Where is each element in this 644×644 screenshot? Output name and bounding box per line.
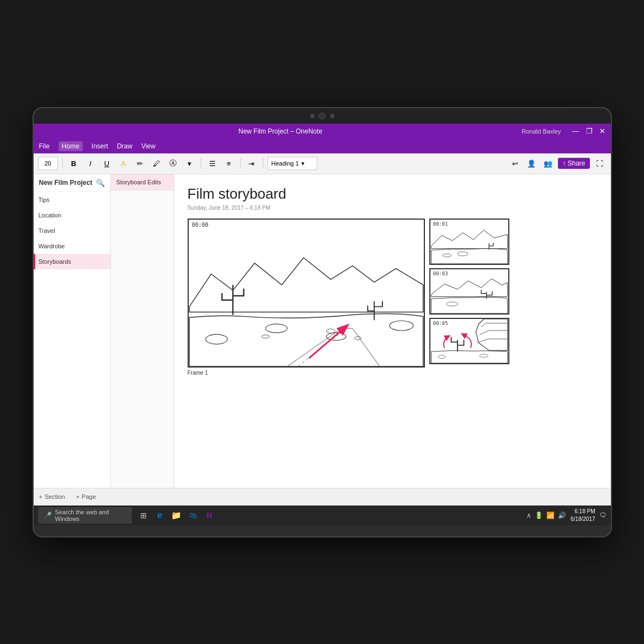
dropdown-arrow-1[interactable]: ▾	[183, 157, 196, 170]
menu-view[interactable]: View	[141, 142, 156, 150]
clock-time: 6:18 PM	[571, 508, 595, 515]
toolbar: B I U A ✏ 🖊 Ⓐ ▾ ☰ ≡ ⇥ Heading 1 ▾ ↩ 👤 👥	[34, 153, 611, 174]
sidebar: New Film Project 🔍 Tips Location Travel …	[34, 174, 111, 488]
store-button[interactable]: 🛍	[187, 509, 199, 521]
sidebar-item-wardrobe[interactable]: Wardrobe	[34, 238, 110, 254]
style-label: Heading 1	[272, 160, 299, 167]
page-item-storyboard-edits[interactable]: Storyboard Edits	[111, 174, 174, 190]
taskbar-time[interactable]: 6:18 PM 6/18/2017	[571, 508, 595, 523]
sidebar-item-travel[interactable]: Travel	[34, 223, 110, 238]
main-area: New Film Project 🔍 Tips Location Travel …	[34, 174, 611, 488]
side-frame-3-timestamp: 00:05	[433, 321, 448, 326]
camera-bar	[34, 108, 611, 124]
share-label: Share	[567, 159, 585, 167]
person-button[interactable]: 👤	[525, 157, 538, 170]
wifi-icon: 📶	[546, 512, 555, 519]
note-title: Film storyboard	[188, 185, 598, 203]
taskbar-search[interactable]: 🎤 Search the web and Windows	[38, 507, 132, 524]
share-button[interactable]: ↑ Share	[558, 158, 589, 169]
search-icon[interactable]: 🔍	[96, 179, 105, 187]
main-frame: 00:00	[188, 219, 425, 368]
main-frame-timestamp: 00:00	[192, 222, 209, 228]
frame-main-wrapper: 00:00	[188, 219, 425, 376]
toolbar-right: ↩ 👤 👥 ↑ Share ⛶	[508, 157, 606, 170]
share-icon: ↑	[562, 159, 566, 167]
taskbar-search-text: Search the web and Windows	[55, 509, 126, 522]
font-size-input[interactable]	[38, 157, 58, 170]
eraser-button[interactable]: ✏	[134, 157, 147, 170]
user-name: Ronald Baxley	[522, 128, 561, 135]
side-frame-3: 00:05	[429, 318, 509, 364]
pen-button[interactable]: 🖊	[150, 157, 163, 170]
separator-4	[263, 158, 263, 169]
window-title: New Film Project – OneNote	[39, 127, 522, 135]
screen: New Film Project – OneNote Ronald Baxley…	[34, 124, 611, 525]
bottom-bezel	[34, 525, 611, 536]
tablet: New Film Project – OneNote Ronald Baxley…	[33, 107, 612, 537]
task-view-button[interactable]: ⊞	[137, 509, 150, 521]
menu-file[interactable]: File	[39, 142, 50, 150]
sidebar-nav: Tips Location Travel Wardrobe Storyboard…	[34, 192, 110, 488]
highlight-button[interactable]: A	[117, 157, 130, 170]
chevron-up-icon[interactable]: ∧	[526, 512, 531, 519]
onenote-button[interactable]: N	[204, 509, 216, 521]
menu-draw[interactable]: Draw	[117, 142, 132, 150]
system-tray: ∧ 🔋 📶 🔊	[526, 512, 566, 519]
style-dropdown[interactable]: Heading 1 ▾	[268, 157, 317, 170]
separator-2	[201, 158, 201, 169]
side-frames: 00:01 00:03	[429, 219, 509, 364]
edge-browser-button[interactable]: e	[154, 509, 166, 521]
bullet-list-button[interactable]: ☰	[206, 157, 219, 170]
sidebar-header: New Film Project 🔍	[34, 174, 110, 192]
notification-icon[interactable]: 🗨	[600, 512, 606, 519]
close-button[interactable]: ✕	[599, 127, 605, 135]
minimize-button[interactable]: —	[572, 127, 579, 135]
frame-1-label: Frame 1	[188, 370, 425, 376]
camera-dot-2	[330, 114, 334, 118]
svg-rect-0	[189, 220, 423, 366]
italic-button[interactable]: I	[84, 157, 97, 170]
camera-lens	[319, 113, 326, 119]
camera-dot-1	[310, 114, 315, 118]
bold-button[interactable]: B	[67, 157, 81, 170]
separator-1	[62, 158, 63, 169]
menu-bar: File Home Insert Draw View	[34, 139, 611, 153]
bottom-bar: + Section + Page	[34, 488, 611, 505]
note-content: Film storyboard Sunday, June 18, 2017 – …	[174, 174, 611, 488]
indent-button[interactable]: ⇥	[245, 157, 258, 170]
style-dropdown-arrow: ▾	[301, 160, 305, 167]
underline-button[interactable]: U	[100, 157, 114, 170]
add-section-label: Section	[45, 493, 65, 500]
pen-color-button[interactable]: Ⓐ	[167, 157, 180, 170]
sidebar-item-location[interactable]: Location	[34, 207, 110, 223]
add-section-button[interactable]: + Section	[39, 493, 65, 500]
sidebar-title: New Film Project	[39, 179, 93, 187]
pages-panel: Storyboard Edits	[111, 174, 174, 488]
numbered-list-button[interactable]: ≡	[222, 157, 236, 170]
main-frame-drawing	[189, 220, 424, 366]
expand-button[interactable]: ⛶	[593, 157, 606, 170]
clock-date: 6/18/2017	[571, 515, 595, 523]
microphone-icon: 🎤	[44, 512, 52, 519]
undo-button[interactable]: ↩	[508, 157, 521, 170]
side-frame-2-timestamp: 00:03	[433, 271, 448, 276]
taskbar: 🎤 Search the web and Windows ⊞ e 📁 🛍	[34, 505, 611, 525]
menu-insert[interactable]: Insert	[92, 142, 108, 150]
restore-button[interactable]: ❐	[586, 127, 593, 135]
title-bar: New Film Project – OneNote Ronald Baxley…	[34, 124, 611, 139]
plus-icon-section: +	[39, 493, 42, 500]
battery-icon: 🔋	[535, 512, 543, 519]
add-page-button[interactable]: + Page	[76, 493, 96, 500]
taskbar-right: ∧ 🔋 📶 🔊 6:18 PM 6/18/2017 🗨	[526, 508, 606, 523]
side-frame-1-timestamp: 00:01	[433, 221, 448, 227]
volume-icon[interactable]: 🔊	[558, 512, 566, 519]
file-explorer-button[interactable]: 📁	[171, 509, 183, 521]
storyboard-container: 00:00	[188, 219, 598, 376]
sidebar-item-storyboards[interactable]: Storyboards	[34, 254, 110, 269]
side-frame-2: 00:03	[429, 268, 509, 315]
separator-3	[240, 158, 241, 169]
person-add-button[interactable]: 👥	[541, 157, 555, 170]
plus-icon-page: +	[76, 493, 79, 500]
sidebar-item-tips[interactable]: Tips	[34, 192, 110, 207]
menu-home[interactable]: Home	[58, 141, 83, 151]
